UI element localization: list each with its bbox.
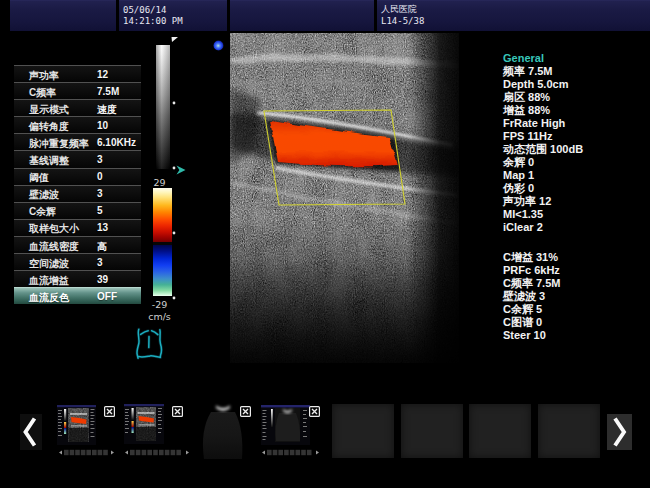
colorbar-positive [153, 188, 172, 242]
topbar-segment-hospital: 人民医院 L14-5/38 [377, 0, 650, 31]
close-icon[interactable] [172, 406, 183, 417]
info-line: 壁滤波 3 [503, 290, 583, 303]
parameter-row[interactable]: 血流增益 39 [14, 270, 141, 287]
image-info-panel: General 频率 7.5MDepth 5.0cm扇区 88%增益 88%Fr… [503, 52, 583, 342]
parameter-label: 壁滤波 [29, 188, 59, 202]
info-line: 声功率 12 [503, 195, 583, 208]
thumbnail-slot-empty [401, 404, 463, 458]
info-section-title: General [503, 52, 583, 65]
info-line: C增益 31% [503, 251, 583, 264]
thumbnail-image-doppler-2[interactable] [124, 404, 164, 444]
info-color-group: C增益 31%PRFc 6kHzC频率 7.5M壁滤波 3C余辉 5C图谱 0S… [503, 251, 583, 342]
parameter-row[interactable]: C频率 7.5M [14, 82, 141, 99]
info-line: iClear 2 [503, 221, 583, 234]
info-line: 动态范围 100dB [503, 143, 583, 156]
parameter-value: 0 [97, 171, 103, 182]
cine-strip[interactable] [59, 449, 114, 456]
focus-marker-icon[interactable] [176, 165, 186, 175]
thumbnail-image-bmode[interactable] [261, 405, 310, 445]
color-doppler-bar [153, 188, 172, 296]
parameter-row[interactable]: 空间滤波 3 [14, 253, 141, 270]
thumbnail-image-doppler-1[interactable] [57, 405, 96, 445]
parameter-row[interactable]: 阈值 0 [14, 168, 141, 185]
body-marker-icon[interactable] [133, 324, 167, 362]
close-icon[interactable] [309, 406, 320, 417]
parameter-label: C余辉 [29, 205, 56, 219]
thumbnails-prev-button[interactable] [20, 414, 42, 450]
velocity-min-label: -29 [145, 299, 175, 310]
info-line: 频率 7.5M [503, 65, 583, 78]
parameter-label: 取样包大小 [29, 222, 79, 236]
info-line: 扇区 88% [503, 91, 583, 104]
parameter-value: 高 [97, 240, 107, 254]
parameter-label: 显示模式 [29, 103, 69, 117]
thumbnail-slot-empty [538, 404, 600, 458]
parameter-row[interactable]: 基线调整 3 [14, 150, 141, 167]
parameter-value: 3 [97, 188, 103, 199]
info-line: Depth 5.0cm [503, 78, 583, 91]
info-line: C余辉 5 [503, 303, 583, 316]
parameter-row[interactable]: 脉冲重复频率 6.10KHz [14, 133, 141, 150]
parameter-value: 10 [97, 120, 108, 131]
info-line: Map 1 [503, 169, 583, 182]
ultrasound-screen: 05/06/14 14:21:00 PM 人民医院 L14-5/38 声功率 1… [0, 0, 650, 488]
cine-strip[interactable] [262, 449, 319, 456]
date-text: 05/06/14 [123, 5, 166, 15]
parameter-panel: 声功率 12 C频率 7.5M 显示模式 速度 偏转角度 10 脉冲重复频率 6… [14, 65, 141, 304]
parameter-row[interactable]: C余辉 5 [14, 202, 141, 219]
gray-map-marker-icon[interactable] [171, 37, 179, 43]
close-icon[interactable] [104, 406, 115, 417]
thumbnail-slot-empty [469, 404, 531, 458]
topbar-segment-patient [230, 0, 374, 31]
parameter-label: 血流反色 [29, 291, 69, 305]
info-line: FrRate High [503, 117, 583, 130]
info-line: FPS 11Hz [503, 130, 583, 143]
topbar-segment-logo [10, 0, 116, 31]
velocity-unit-label: cm/s [145, 311, 175, 322]
parameter-label: 偏转角度 [29, 120, 69, 134]
parameter-row[interactable]: 血流线密度 高 [14, 236, 141, 253]
grayscale-bar [156, 45, 170, 169]
parameter-label: 血流增益 [29, 274, 69, 288]
parameter-value: 12 [97, 69, 108, 80]
parameter-row[interactable]: 取样包大小 13 [14, 219, 141, 236]
parameter-row[interactable]: 血流反色 OFF [14, 287, 141, 304]
info-general-group: 频率 7.5MDepth 5.0cm扇区 88%增益 88%FrRate Hig… [503, 65, 583, 234]
cine-strip[interactable] [125, 449, 189, 456]
time-text: 14:21:00 PM [123, 16, 183, 26]
parameter-label: 空间滤波 [29, 257, 69, 271]
parameter-label: 基线调整 [29, 154, 69, 168]
parameter-label: C频率 [29, 86, 56, 100]
info-line: PRFc 6kHz [503, 264, 583, 277]
parameter-row[interactable]: 显示模式 速度 [14, 99, 141, 116]
parameter-row[interactable]: 偏转角度 10 [14, 116, 141, 133]
ultrasound-image[interactable] [230, 33, 459, 363]
parameter-label: 阈值 [29, 171, 49, 185]
parameter-value: 5 [97, 205, 103, 216]
depth-scale-ticks [171, 100, 178, 302]
parameter-value: 39 [97, 274, 108, 285]
parameter-label: 声功率 [29, 69, 59, 83]
parameter-value: 7.5M [97, 86, 119, 97]
parameter-value: 6.10KHz [97, 137, 136, 148]
close-icon[interactable] [240, 406, 251, 417]
info-line: MI<1.35 [503, 208, 583, 221]
parameter-value: 3 [97, 154, 103, 165]
parameter-row[interactable]: 声功率 12 [14, 65, 141, 82]
parameter-label: 血流线密度 [29, 240, 79, 254]
info-line: 增益 88% [503, 104, 583, 117]
info-line: Steer 10 [503, 329, 583, 342]
parameter-row[interactable]: 壁滤波 3 [14, 185, 141, 202]
blue-pointer-dot [213, 40, 224, 51]
colorbar-negative [153, 245, 172, 296]
velocity-max-label: 29 [145, 177, 175, 188]
thumbnail-slot-empty [332, 404, 394, 458]
parameter-value: OFF [97, 291, 117, 302]
parameter-value: 13 [97, 222, 108, 233]
parameter-value: 速度 [97, 103, 117, 117]
hospital-name: 人民医院 [381, 4, 417, 14]
thumbnails-next-button[interactable] [607, 414, 632, 450]
info-line: 伪彩 0 [503, 182, 583, 195]
info-line: 余辉 0 [503, 156, 583, 169]
probe-model: L14-5/38 [381, 16, 424, 26]
